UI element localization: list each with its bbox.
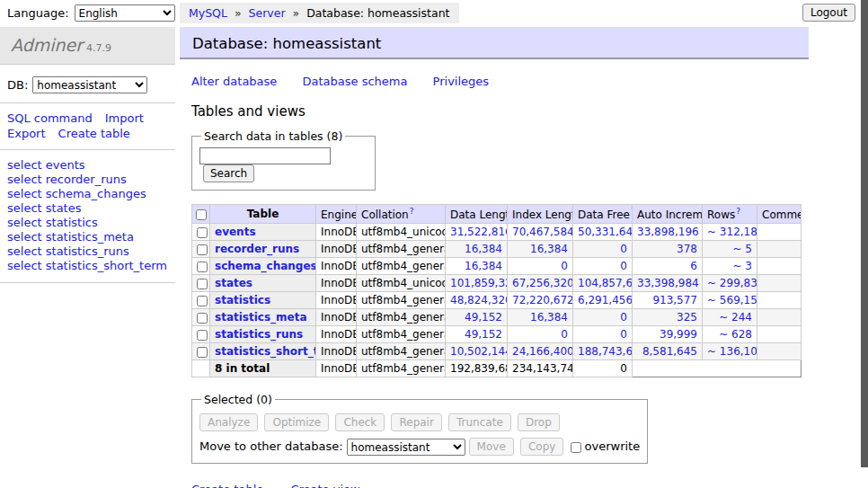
search-button[interactable]: Search (203, 164, 254, 182)
check-button[interactable]: Check (335, 413, 385, 431)
language-select[interactable]: English (75, 4, 175, 22)
create-view-link[interactable]: Create view (290, 483, 359, 488)
auto-increment-link[interactable]: 913,577 (637, 294, 697, 306)
select-table-link[interactable]: select states (7, 201, 168, 216)
search-input[interactable] (199, 147, 331, 164)
index-length-link[interactable]: 0 (512, 328, 568, 341)
breadcrumb-mysql-link[interactable]: MySQL (189, 6, 227, 20)
help-icon[interactable]: ? (736, 207, 740, 216)
table-name-link[interactable]: statistics_short_term (215, 345, 316, 358)
data-free-link[interactable]: 0 (578, 260, 627, 272)
data-length-link[interactable]: 101,859,328 (450, 277, 502, 289)
privileges-link[interactable]: Privileges (433, 75, 490, 88)
auto-increment-link[interactable]: 378 (637, 243, 697, 255)
select-table-link[interactable]: select schema_changes (7, 187, 168, 201)
auto-increment-link[interactable]: 6 (637, 260, 697, 272)
data-length-link[interactable]: 48,824,320 (450, 294, 502, 306)
data-length-link[interactable]: 31,522,816 (450, 226, 502, 238)
rows-count-link[interactable]: ~ 3 (707, 260, 752, 272)
index-length-link[interactable]: 67,256,320 (512, 277, 568, 289)
data-free-link[interactable]: 6,291,456 (578, 294, 627, 306)
data-length-link[interactable]: 49,152 (450, 311, 502, 324)
select-table-link[interactable]: select events (7, 158, 168, 173)
index-length-link[interactable]: 24,166,400 (512, 345, 568, 358)
data-length-link[interactable]: 49,152 (450, 328, 502, 341)
rows-count-link[interactable]: ~ 569,159 (707, 294, 752, 306)
move-button[interactable]: Move (469, 438, 514, 456)
select-all-checkbox[interactable] (196, 209, 207, 220)
data-length-link[interactable]: 10,502,144 (450, 345, 502, 358)
scrollbar-thumb[interactable] (861, 0, 868, 467)
collation-cell: utf8mb4_general_ci (357, 343, 446, 360)
auto-increment-link[interactable]: 33,898,196 (637, 226, 697, 238)
table-name-link[interactable]: statistics (215, 294, 270, 306)
select-table-link[interactable]: select statistics_short_term (7, 259, 168, 273)
row-checkbox[interactable] (197, 347, 208, 358)
alter-database-link[interactable]: Alter database (191, 75, 277, 88)
row-checkbox[interactable] (197, 313, 208, 324)
auto-increment-link[interactable]: 33,398,984 (637, 277, 697, 289)
table-name-link[interactable]: recorder_runs (215, 243, 299, 255)
overwrite-label[interactable]: overwrite (585, 439, 641, 453)
index-length-link[interactable]: 16,384 (512, 311, 568, 324)
data-free-link[interactable]: 50,331,648 (578, 226, 627, 238)
truncate-button[interactable]: Truncate (448, 413, 511, 431)
data-free-link[interactable]: 104,857,600 (578, 277, 627, 289)
data-length-link[interactable]: 16,384 (450, 260, 502, 272)
scrollbar-track[interactable] (861, 0, 868, 488)
rows-count-link[interactable]: ~ 5 (707, 243, 752, 255)
breadcrumb-server-link[interactable]: Server (249, 6, 286, 20)
row-checkbox[interactable] (197, 279, 208, 289)
import-link[interactable]: Import (105, 111, 144, 125)
data-free-link[interactable]: 0 (578, 311, 627, 324)
rows-count-link[interactable]: ~ 244 (707, 311, 752, 324)
sql-command-link[interactable]: SQL command (7, 111, 93, 125)
index-length-link[interactable]: 0 (512, 260, 568, 272)
logout-button[interactable]: Logout (802, 4, 855, 22)
data-free-link[interactable]: 0 (578, 328, 627, 341)
table-name-link[interactable]: states (215, 277, 252, 289)
table-name-link[interactable]: schema_changes (215, 260, 316, 272)
row-checkbox[interactable] (197, 244, 208, 255)
row-checkbox[interactable] (197, 330, 208, 341)
index-length-link[interactable]: 16,384 (512, 243, 568, 255)
row-checkbox-cell (192, 343, 210, 360)
rows-count-link[interactable]: ~ 299,833 (707, 277, 752, 289)
optimize-button[interactable]: Optimize (264, 413, 329, 431)
copy-button[interactable]: Copy (520, 438, 563, 456)
drop-button[interactable]: Drop (518, 413, 560, 431)
row-checkbox[interactable] (197, 227, 208, 238)
auto-increment-link[interactable]: 325 (637, 311, 697, 324)
table-row: schema_changesInnoDButf8mb4_general_ci16… (192, 258, 802, 275)
analyze-button[interactable]: Analyze (199, 413, 258, 431)
table-name-link[interactable]: events (215, 226, 256, 238)
create-table-link[interactable]: Create table (58, 127, 130, 140)
repair-button[interactable]: Repair (391, 413, 441, 431)
rows-count-link[interactable]: ~ 312,180 (707, 226, 752, 238)
row-checkbox[interactable] (197, 262, 208, 272)
data-free-link[interactable]: 0 (578, 243, 627, 255)
data-length-link[interactable]: 16,384 (450, 243, 502, 255)
index-length-link[interactable]: 72,220,672 (512, 294, 568, 306)
table-name-link[interactable]: statistics_meta (215, 311, 307, 324)
adminer-logo-link[interactable]: Adminer (11, 35, 83, 55)
select-table-link[interactable]: select recorder_runs (7, 173, 168, 187)
help-icon[interactable]: ? (410, 207, 414, 216)
rows-count-link[interactable]: ~ 628 (707, 328, 752, 341)
data-free-link[interactable]: 188,743,680 (578, 345, 627, 358)
move-database-select[interactable]: homeassistant (347, 439, 465, 456)
select-table-link[interactable]: select statistics (7, 216, 168, 230)
table-name-link[interactable]: statistics_runs (215, 328, 303, 341)
auto-increment-link[interactable]: 39,999 (637, 328, 697, 341)
create-table-link-main[interactable]: Create table (191, 483, 263, 488)
auto-increment-link[interactable]: 8,581,645 (637, 345, 697, 358)
rows-count-link[interactable]: ~ 136,108 (707, 345, 752, 358)
export-link[interactable]: Export (7, 127, 46, 140)
row-checkbox[interactable] (197, 296, 208, 306)
overwrite-checkbox[interactable] (571, 442, 581, 453)
db-select[interactable]: homeassistant (32, 76, 147, 93)
index-length-link[interactable]: 70,467,584 (512, 226, 568, 238)
select-table-link[interactable]: select statistics_meta (7, 230, 168, 244)
database-schema-link[interactable]: Database schema (303, 75, 408, 88)
select-table-link[interactable]: select statistics_runs (7, 244, 168, 259)
